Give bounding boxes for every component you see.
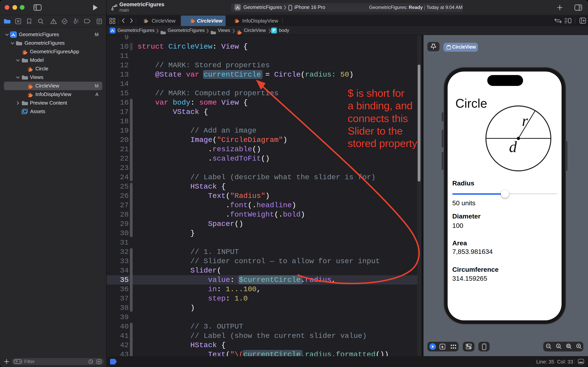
svg-text:1: 1 <box>557 344 559 348</box>
